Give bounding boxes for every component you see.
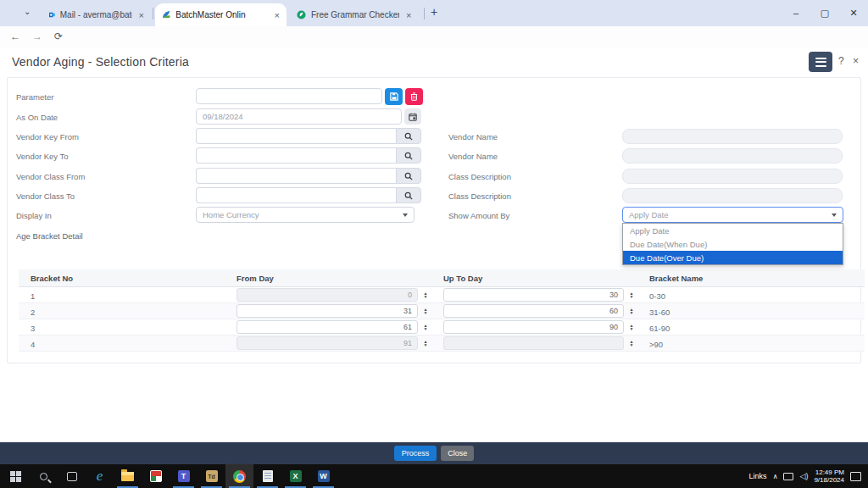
taskbar-ie[interactable]: e [86,464,114,488]
spinner-control[interactable]: ▲▼ [626,336,637,350]
save-parameter-button[interactable] [385,88,403,105]
taskbar-clock[interactable]: 12:49 PM 9/18/2024 [814,469,844,484]
table-row: 1 0 ▲▼ 30 ▲▼ 0-30 [19,287,865,303]
back-icon[interactable]: ← [10,30,20,42]
forward-icon[interactable]: → [32,30,42,42]
class-description-label-1: Class Description [448,172,511,181]
bracket-no-cell: 2 [31,308,35,317]
bracket-name-cell: >90 [649,340,663,349]
delete-parameter-button[interactable] [405,88,423,105]
start-button[interactable] [2,464,30,488]
as-on-date-label: As On Date [16,113,58,122]
tab-search-icon[interactable]: ⌄ [24,7,31,16]
class-description-input-2 [622,188,843,203]
network-icon[interactable] [783,473,793,480]
dropdown-option-apply-date[interactable]: Apply Date [623,224,843,237]
volume-icon[interactable]: ◁) [799,472,808,480]
browser-toolbar: ← → ⟳ ⚠ Not secure 172.16.12.176/#/main/… [0,26,868,48]
show-amount-by-select[interactable]: Apply Date [622,207,843,223]
vendor-name-input-2 [622,148,843,164]
display-in-select[interactable]: Home Currency [196,207,415,223]
browser-tabstrip: ⌄ Mail - averma@batchmaster.co × BatchMa… [0,0,868,26]
clock-time: 12:49 PM [814,469,844,476]
help-button[interactable]: ? [838,55,844,67]
window-minimize-button[interactable]: – [782,0,810,25]
from-day-input[interactable]: 31 [236,304,418,318]
close-button[interactable]: Close [441,446,474,461]
bracket-name-cell: 31-60 [649,308,670,317]
vendor-key-to-search-button[interactable] [396,147,421,164]
vendor-class-to-search-button[interactable] [396,187,421,203]
taskbar-file-explorer[interactable] [114,464,142,488]
vendor-class-from-search-button[interactable] [396,168,421,184]
bracket-no-cell: 3 [31,324,35,333]
up-to-day-input[interactable]: 60 [443,304,624,318]
taskbar-excel[interactable]: X [281,464,309,488]
chevron-down-icon [403,214,408,217]
vendor-name-label-2: Vendor Name [448,152,498,161]
footer-action-bar: Process Close [0,442,868,464]
new-tab-button[interactable]: + [431,5,437,19]
spinner-control[interactable]: ▲▼ [626,288,637,302]
spinner-control[interactable]: ▲▼ [420,288,431,302]
tab-divider [424,8,425,19]
vendor-key-from-label: Vendor Key From [16,132,79,141]
from-day-input[interactable]: 61 [236,320,418,334]
tab-mail[interactable]: Mail - averma@batchmaster.co × [42,3,151,26]
taskbar-word[interactable]: W [309,464,337,488]
vendor-class-from-input[interactable] [196,168,396,184]
grammar-icon [297,10,306,19]
reload-icon[interactable]: ⟳ [54,30,63,42]
window-maximize-button[interactable]: ▢ [810,0,839,25]
vendor-key-from-input[interactable] [196,128,396,144]
batchmaster-icon [162,10,170,19]
taskbar-chrome[interactable] [225,464,253,488]
spinner-control[interactable]: ▲▼ [626,304,637,318]
page-close-button[interactable]: × [853,55,859,67]
col-bracket-no: Bracket No [31,274,73,283]
bracket-no-cell: 4 [31,340,35,349]
tray-chevron-icon[interactable]: ∧ [773,473,778,480]
tab-batchmaster-close-icon[interactable]: × [275,10,280,20]
tab-grammar[interactable]: Free Grammar Checker (no sig × [290,3,420,26]
as-on-date-input[interactable]: 09/18/2024 [196,108,402,125]
show-amount-by-label: Show Amount By [448,211,509,220]
table-row: 4 91 ▲▼ ▲▼ >90 [19,336,865,352]
vendor-name-label-1: Vendor Name [448,132,498,141]
tab-mail-close-icon[interactable]: × [139,10,144,20]
taskbar-app-box[interactable]: Td [198,464,225,488]
window-close-button[interactable]: ✕ [839,0,868,25]
tab-grammar-close-icon[interactable]: × [406,10,411,20]
dropdown-option-due-date-over-due[interactable]: Due Date(Over Due) [623,251,843,264]
notification-center-icon[interactable] [850,472,861,481]
tab-mail-title: Mail - averma@batchmaster.co [60,10,132,19]
parameter-input[interactable] [196,88,382,104]
chrome-icon [233,470,246,483]
spinner-control[interactable]: ▲▼ [420,304,431,318]
col-from-day: From Day [236,274,274,283]
dropdown-option-due-date-when-due[interactable]: Due Date(When Due) [623,237,843,251]
page-header: Vendor Aging - Selection Criteria ? × [0,48,868,76]
vendor-key-to-input[interactable] [196,147,396,164]
report-menu-button[interactable] [809,52,832,72]
taskbar-search-button[interactable] [30,464,58,488]
task-view-button[interactable] [58,464,86,488]
tab-batchmaster[interactable]: BatchMaster Online × [155,3,287,26]
screen: ⌄ Mail - averma@batchmaster.co × BatchMa… [0,0,868,488]
spinner-control[interactable]: ▲▼ [626,320,637,334]
teams-icon: T [178,470,190,482]
spinner-control[interactable]: ▲▼ [420,336,431,350]
process-button[interactable]: Process [394,446,437,461]
calendar-button[interactable] [404,108,421,125]
spinner-control[interactable]: ▲▼ [420,320,431,334]
folder-icon [121,472,134,481]
show-amount-by-value: Apply Date [629,210,668,219]
taskbar-teams[interactable]: T [170,464,198,488]
links-toolbar[interactable]: Links [749,472,767,480]
vendor-key-from-search-button[interactable] [396,128,421,144]
vendor-class-to-input[interactable] [196,187,396,203]
taskbar-notepad[interactable] [253,464,281,488]
up-to-day-input[interactable]: 90 [443,320,624,334]
taskbar-app-pinwheel[interactable] [142,464,170,488]
up-to-day-input[interactable]: 30 [443,288,624,302]
